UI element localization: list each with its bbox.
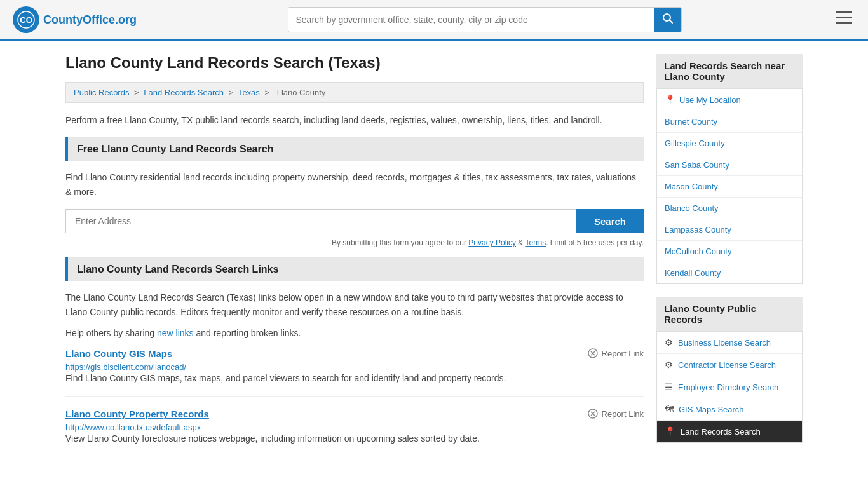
hamburger-icon xyxy=(836,11,852,24)
link-title-property[interactable]: Llano County Property Records xyxy=(65,409,209,419)
page-title: Llano County Land Records Search (Texas) xyxy=(65,54,644,72)
link-title-gis[interactable]: Llano County GIS Maps xyxy=(65,348,172,359)
public-records-section: Llano County Public Records ⚙ Business L… xyxy=(656,297,803,443)
use-location-link[interactable]: Use My Location xyxy=(679,95,741,105)
header-search-input[interactable] xyxy=(288,10,654,30)
location-pin-icon: 📍 xyxy=(665,95,675,105)
nearby-link-gillespie[interactable]: Gillespie County xyxy=(657,133,802,154)
links-description: The Llano County Land Records Search (Te… xyxy=(65,290,644,319)
header-search-bar xyxy=(288,7,682,32)
link-item: Llano County Property Records Report Lin… xyxy=(65,409,644,458)
links-section-header: Llano County Land Records Search Links xyxy=(65,257,644,281)
terms-link[interactable]: Terms xyxy=(525,238,546,247)
search-icon xyxy=(662,13,674,24)
breadcrumb-land-records[interactable]: Land Records Search xyxy=(144,88,224,97)
nearby-section: Land Records Search near Llano County 📍 … xyxy=(656,54,803,284)
search-button[interactable]: Search xyxy=(576,209,644,233)
nearby-link-mason[interactable]: Mason County xyxy=(657,176,802,198)
free-description: Find Llano County residential land recor… xyxy=(65,170,644,199)
site-header: CO CountyOffice.org xyxy=(0,0,868,41)
gear-icon: ⚙ xyxy=(665,337,673,348)
sidebar: Land Records Search near Llano County 📍 … xyxy=(656,54,803,469)
gear-icon: ⚙ xyxy=(665,360,673,370)
svg-text:CO: CO xyxy=(20,15,32,25)
report-icon xyxy=(588,409,598,419)
list-icon: ☰ xyxy=(665,382,673,392)
public-link-gis[interactable]: 🗺 GIS Maps Search xyxy=(657,398,802,421)
header-search-button[interactable] xyxy=(654,8,681,32)
public-link-contractor[interactable]: ⚙ Contractor License Search xyxy=(657,354,802,376)
main-description: Perform a free Llano County, TX public l… xyxy=(65,113,644,127)
nearby-link-sansaba[interactable]: San Saba County xyxy=(657,154,802,176)
nearby-section-title: Land Records Search near Llano County xyxy=(656,54,803,89)
public-records-title: Llano County Public Records xyxy=(656,297,803,332)
link-url-gis[interactable]: https://gis.bisclient.com/llanocad/ xyxy=(65,362,186,372)
link-desc-property: View Llano County foreclosure notices we… xyxy=(65,432,644,445)
use-my-location-item[interactable]: 📍 Use My Location xyxy=(657,89,802,111)
link-url-property[interactable]: http://www.co.llano.tx.us/default.aspx xyxy=(65,423,201,432)
report-link-button-gis[interactable]: Report Link xyxy=(588,348,644,358)
svg-rect-6 xyxy=(836,22,852,24)
logo-area[interactable]: CO CountyOffice.org xyxy=(13,6,137,33)
privacy-policy-link[interactable]: Privacy Policy xyxy=(468,238,516,247)
svg-rect-5 xyxy=(836,17,852,18)
form-disclaimer: By submitting this form you agree to our… xyxy=(65,238,644,247)
help-text: Help others by sharing new links and rep… xyxy=(65,328,644,338)
public-records-list: ⚙ Business License Search ⚙ Contractor L… xyxy=(656,332,803,443)
logo-icon: CO xyxy=(13,6,39,33)
nearby-link-mcculloch[interactable]: McCulloch County xyxy=(657,241,802,262)
nearby-link-lampasas[interactable]: Lampasas County xyxy=(657,219,802,241)
address-input[interactable] xyxy=(65,209,576,233)
address-search-form: Search xyxy=(65,209,644,233)
map-icon: 🗺 xyxy=(665,404,674,414)
public-link-land-records[interactable]: 📍 Land Records Search xyxy=(657,421,802,442)
public-link-employee[interactable]: ☰ Employee Directory Search xyxy=(657,376,802,398)
breadcrumb-current: Llano County xyxy=(277,88,326,97)
breadcrumb-texas[interactable]: Texas xyxy=(238,88,260,97)
report-icon xyxy=(588,348,598,358)
main-container: Llano County Land Records Search (Texas)… xyxy=(53,41,815,482)
link-item: Llano County GIS Maps Report Link https:… xyxy=(65,348,644,397)
nearby-link-kendall[interactable]: Kendall County xyxy=(657,262,802,283)
nearby-link-blanco[interactable]: Blanco County xyxy=(657,198,802,219)
breadcrumb-public-records[interactable]: Public Records xyxy=(74,88,129,97)
logo-text: CountyOffice.org xyxy=(43,13,137,27)
free-section-header: Free Llano County Land Records Search xyxy=(65,137,644,161)
main-content: Llano County Land Records Search (Texas)… xyxy=(65,54,644,469)
nearby-link-list: 📍 Use My Location Burnet County Gillespi… xyxy=(656,89,803,284)
new-links-link[interactable]: new links xyxy=(157,328,194,338)
nearby-link-burnet[interactable]: Burnet County xyxy=(657,111,802,133)
svg-rect-4 xyxy=(836,11,852,13)
svg-line-3 xyxy=(669,20,672,24)
public-link-business[interactable]: ⚙ Business License Search xyxy=(657,332,802,354)
report-link-button-property[interactable]: Report Link xyxy=(588,409,644,419)
menu-button[interactable] xyxy=(832,8,855,31)
breadcrumb: Public Records > Land Records Search > T… xyxy=(65,82,644,103)
link-desc-gis: Find Llano County GIS maps, tax maps, an… xyxy=(65,372,644,385)
link-items-container: Llano County GIS Maps Report Link https:… xyxy=(65,348,644,458)
pin-icon: 📍 xyxy=(665,426,675,437)
